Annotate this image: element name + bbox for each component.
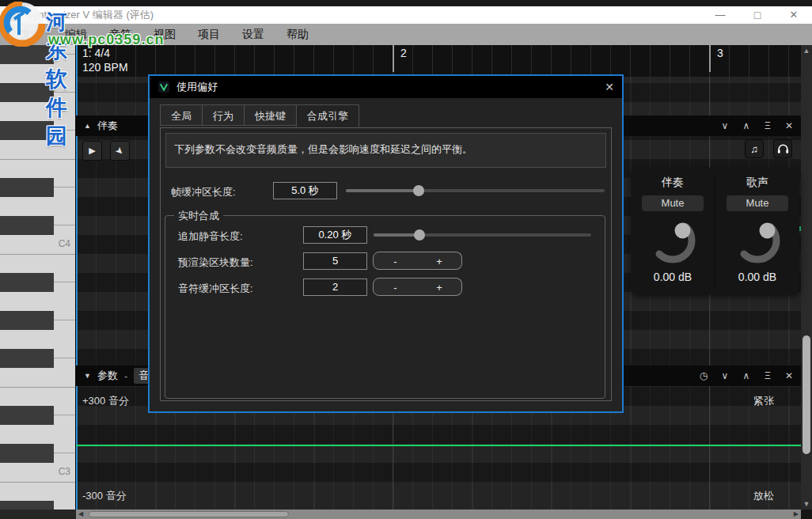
title-separator: - <box>124 370 127 382</box>
chevron-down-icon[interactable]: ∨ <box>719 370 730 381</box>
popup-caret <box>776 161 787 168</box>
close-button[interactable]: ✕ <box>784 6 804 24</box>
slider-thumb[interactable] <box>413 185 424 196</box>
prerender-increment-button[interactable]: + <box>417 252 462 270</box>
piano-key-F4[interactable] <box>0 140 76 159</box>
monitor-mix-button[interactable] <box>773 139 792 158</box>
piano-key-E3[interactable] <box>0 387 76 406</box>
piano-keyboard[interactable]: C4C3 <box>0 45 76 510</box>
piano-key-A#3[interactable] <box>0 273 76 292</box>
history-icon[interactable]: ◷ <box>698 370 709 381</box>
piano-key-C3[interactable]: C3 <box>0 463 76 482</box>
headphones-icon <box>777 143 789 154</box>
piano-key-D4[interactable] <box>0 197 76 216</box>
black-key[interactable] <box>0 83 54 102</box>
scroll-left-arrow[interactable]: ◀ <box>78 510 83 519</box>
instrumental-button[interactable]: ♫ <box>745 139 764 158</box>
menu-note[interactable]: 音符 <box>98 25 142 44</box>
play-from-cursor-button[interactable]: ➤ <box>110 141 130 161</box>
menu-edit[interactable]: 编辑 <box>54 25 98 44</box>
tab-synthesis-engine[interactable]: 合成引擎 <box>296 104 359 127</box>
piano-key-D3[interactable] <box>0 425 76 444</box>
vertical-scrollbar[interactable]: ▲ ▼ <box>801 45 812 510</box>
piano-key-B3[interactable] <box>0 254 76 273</box>
piano-key-G#3[interactable] <box>0 311 76 330</box>
menu-view[interactable]: 视图 <box>142 25 187 44</box>
piano-key-F#4[interactable] <box>0 121 76 140</box>
horizontal-scrollbar-thumb[interactable] <box>89 511 289 517</box>
close-panel-icon[interactable]: ✕ <box>784 370 795 381</box>
collapse-panel-icon[interactable]: Ξ <box>762 120 773 131</box>
black-key[interactable] <box>0 349 54 368</box>
menu-settings[interactable]: 设置 <box>231 25 275 44</box>
note-buffer-increment-button[interactable]: + <box>417 278 462 296</box>
black-key[interactable] <box>0 406 54 425</box>
menu-help[interactable]: 帮助 <box>275 25 320 44</box>
piano-key-A4[interactable] <box>0 64 76 83</box>
frame-buffer-field[interactable]: 5.0 秒 <box>273 182 337 199</box>
piano-key-E4[interactable] <box>0 159 76 178</box>
prerender-blocks-field[interactable]: 5 <box>303 252 367 270</box>
black-key[interactable] <box>0 311 54 330</box>
prerender-decrement-button[interactable]: - <box>373 252 418 270</box>
volume-knob[interactable] <box>732 215 783 266</box>
slider-thumb[interactable] <box>414 229 425 241</box>
maximize-button[interactable]: □ <box>747 6 768 24</box>
piano-key-C4[interactable]: C4 <box>0 235 76 254</box>
vertical-scrollbar-thumb[interactable] <box>803 335 810 454</box>
tab-behavior[interactable]: 行为 <box>202 104 245 126</box>
note-buffer-field[interactable]: 2 <box>303 278 367 296</box>
menu-project[interactable]: 项目 <box>187 25 231 44</box>
chevron-down-icon[interactable]: ∨ <box>719 120 730 131</box>
mute-button[interactable]: Mute <box>642 195 704 211</box>
piano-key-G3[interactable] <box>0 330 76 349</box>
horizontal-scrollbar[interactable]: ◀ ▶ <box>76 510 801 519</box>
black-key[interactable] <box>0 178 54 197</box>
measure-3-label: 3 <box>717 47 723 59</box>
piano-key-C#4[interactable] <box>0 216 76 235</box>
collapse-panel-icon[interactable]: Ξ <box>762 370 773 381</box>
piano-key-G4[interactable] <box>0 102 76 121</box>
note-buffer-decrement-button[interactable]: - <box>373 278 418 296</box>
scroll-up-arrow[interactable]: ▲ <box>801 47 812 55</box>
close-panel-icon[interactable]: ✕ <box>784 120 795 131</box>
piano-key-C#3[interactable] <box>0 444 76 463</box>
black-key[interactable] <box>0 501 54 510</box>
tab-shortcuts[interactable]: 快捷键 <box>244 104 297 126</box>
black-key[interactable] <box>0 273 54 292</box>
dialog-title: 使用偏好 <box>176 80 218 94</box>
piano-key-D#4[interactable] <box>0 178 76 197</box>
piano-key-A3[interactable] <box>0 292 76 311</box>
tab-global[interactable]: 全局 <box>160 104 203 126</box>
scroll-right-arrow[interactable]: ▶ <box>794 510 799 519</box>
dialog-title-bar[interactable]: 使用偏好 ✕ <box>150 76 622 98</box>
volume-knob[interactable] <box>647 215 698 266</box>
piano-key-A#4[interactable] <box>0 45 76 64</box>
chevron-up-icon[interactable]: ∧ <box>741 370 752 381</box>
volume-value: 0.00 dB <box>633 271 712 283</box>
chevron-up-icon[interactable]: ∧ <box>741 120 752 131</box>
piano-key-F#3[interactable] <box>0 349 76 368</box>
black-key[interactable] <box>0 444 54 463</box>
minimize-button[interactable]: — <box>710 6 730 24</box>
piano-key-B2[interactable] <box>0 482 76 501</box>
black-key[interactable] <box>0 45 54 64</box>
piano-key-G#4[interactable] <box>0 83 76 102</box>
silence-length-slider[interactable] <box>374 229 591 241</box>
piano-key-D#3[interactable] <box>0 406 76 425</box>
frame-buffer-slider[interactable] <box>346 185 605 196</box>
silence-length-field[interactable]: 0.20 秒 <box>303 226 367 244</box>
scrollbar-corner <box>0 510 76 519</box>
mute-button[interactable]: Mute <box>727 195 788 211</box>
piano-key-F3[interactable] <box>0 368 76 387</box>
piano-key-A#2[interactable] <box>0 501 76 510</box>
black-key[interactable] <box>0 121 54 140</box>
black-key[interactable] <box>0 216 54 235</box>
octave-label: C3 <box>59 466 70 477</box>
track-name: 歌声 <box>718 176 797 190</box>
menu-file[interactable]: 文件 <box>9 25 54 44</box>
scroll-down-arrow[interactable]: ▼ <box>801 500 812 508</box>
dialog-close-button[interactable]: ✕ <box>605 76 614 98</box>
timeline-ruler[interactable]: 1: 4/4 120 BPM 2 3 <box>76 45 801 77</box>
play-button[interactable]: ▶ <box>82 141 102 161</box>
